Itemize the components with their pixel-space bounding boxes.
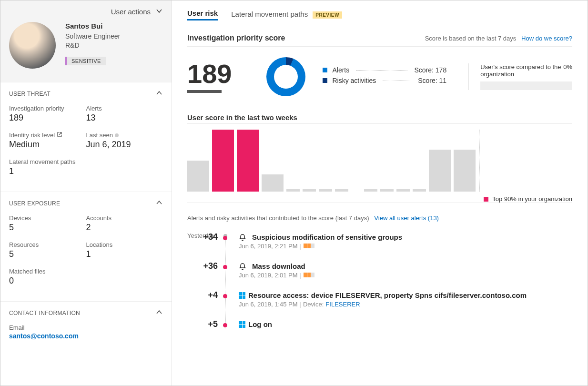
timeline-dot-icon — [223, 323, 227, 327]
accounts-value: 2 — [86, 223, 163, 233]
legend-square-top90 — [484, 197, 488, 202]
org-compare-block: User's score compared to the organizatio… — [468, 63, 572, 90]
timeline-dot-icon — [223, 294, 227, 298]
devices-value: 5 — [9, 223, 86, 233]
main-panel: User risk Lateral movement paths PREVIEW… — [172, 0, 588, 386]
score-donut-chart — [266, 57, 305, 96]
score-underline — [187, 90, 222, 93]
contributions-note: Alerts and risky activities that contrib… — [187, 214, 572, 222]
legend-square-alerts — [323, 68, 327, 72]
view-all-alerts-link[interactable]: View all user alerts (13) — [374, 214, 439, 222]
timeline: Yesterday +34 Suspicious modification of… — [187, 233, 572, 328]
resources-value: 5 — [9, 249, 86, 259]
chevron-up-icon — [155, 89, 163, 98]
last-seen-label: Last seen — [86, 132, 163, 139]
chart-legend: Top 90% in your organization — [187, 195, 572, 203]
device-link[interactable]: FILESERER — [325, 301, 360, 308]
timeline-score: +36 — [194, 261, 218, 271]
contact-section: CONTACT INFORMATION Email santos@contoso… — [0, 301, 172, 346]
big-score-value: 189 — [187, 61, 232, 87]
locations-value: 1 — [86, 249, 163, 259]
alerts-label: Alerts — [86, 105, 163, 112]
preview-badge: PREVIEW — [313, 11, 342, 19]
user-info: Santos Bui Software Engineer R&D SENSITI… — [65, 22, 120, 65]
chevron-up-icon — [155, 199, 163, 208]
timeline-item[interactable]: +5 Log on — [225, 320, 572, 328]
user-actions-menu[interactable]: User actions — [9, 7, 163, 16]
sensitive-badge: SENSITIVE — [65, 57, 106, 65]
bell-icon — [239, 263, 246, 270]
timeline-item[interactable]: +34 Suspicious modification of sensitive… — [225, 233, 572, 250]
windows-icon — [239, 321, 245, 328]
divider — [249, 58, 249, 96]
severity-indicator — [303, 243, 314, 250]
user-exposure-section: USER EXPOSURE Devices5 Accounts2 Resourc… — [0, 192, 172, 301]
user-exposure-header[interactable]: USER EXPOSURE — [9, 199, 163, 208]
tab-lateral-movement[interactable]: Lateral movement paths PREVIEW — [231, 10, 342, 20]
section-title-priority-score: Investigation priority score — [187, 34, 285, 42]
bell-icon — [239, 234, 246, 241]
chevron-up-icon — [155, 308, 163, 317]
user-threat-section: USER THREAT Investigation priority 189 A… — [0, 82, 172, 192]
tab-user-risk[interactable]: User risk — [187, 9, 218, 20]
chevron-down-icon — [155, 7, 163, 16]
external-link-icon[interactable] — [57, 132, 62, 139]
status-dot-icon — [115, 133, 119, 137]
timeline-item[interactable]: +4 Resource access: device FILESERVER, p… — [225, 291, 572, 308]
sidebar: User actions Santos Bui Software Enginee… — [0, 0, 172, 386]
user-actions-label: User actions — [111, 8, 151, 16]
investigation-priority-label: Investigation priority — [9, 105, 86, 112]
tabs: User risk Lateral movement paths PREVIEW — [187, 9, 572, 20]
timeline-score: +4 — [194, 290, 218, 300]
timeline-dot-icon — [223, 236, 227, 240]
user-department: R&D — [65, 41, 120, 50]
score-basis: Score is based on the last 7 days How do… — [425, 35, 572, 42]
investigation-priority-value: 189 — [9, 113, 86, 123]
identity-risk-label: Identity risk level — [9, 132, 86, 139]
severity-indicator — [303, 272, 314, 279]
lateral-paths-value: 1 — [9, 166, 86, 176]
sidebar-header: User actions Santos Bui Software Enginee… — [0, 0, 172, 82]
timeline-item[interactable]: +36 Mass download Jun 6, 2019, 2:01 PM| — [225, 262, 572, 279]
lateral-paths-label: Lateral movement paths — [9, 158, 86, 165]
big-score-block: 189 — [187, 61, 232, 93]
last-seen-value: Jun 6, 2019 — [86, 140, 163, 150]
windows-icon — [239, 292, 245, 299]
legend-square-risky — [323, 78, 327, 83]
org-compare-value: 0% — [563, 63, 572, 78]
two-weeks-title: User score in the last two weeks — [187, 113, 572, 122]
identity-risk-value: Medium — [9, 140, 86, 150]
contact-header[interactable]: CONTACT INFORMATION — [9, 308, 163, 317]
user-name: Santos Bui — [65, 22, 120, 30]
timeline-dot-icon — [223, 265, 227, 269]
avatar — [9, 22, 56, 69]
user-threat-header[interactable]: USER THREAT — [9, 89, 163, 98]
score-breakdown: Alerts Score: 178 Risky activities Score… — [323, 66, 446, 87]
timeline-score: +5 — [194, 319, 218, 329]
alerts-value: 13 — [86, 113, 163, 123]
timeline-score: +34 — [194, 232, 218, 242]
two-weeks-bar-chart — [187, 130, 572, 192]
org-compare-bar — [480, 81, 572, 90]
email-link[interactable]: santos@contoso.com — [9, 332, 79, 340]
how-do-we-score-link[interactable]: How do we score? — [521, 35, 572, 42]
user-title: Software Engineer — [65, 32, 120, 41]
email-label: Email — [9, 324, 163, 331]
matched-files-value: 0 — [9, 276, 86, 286]
